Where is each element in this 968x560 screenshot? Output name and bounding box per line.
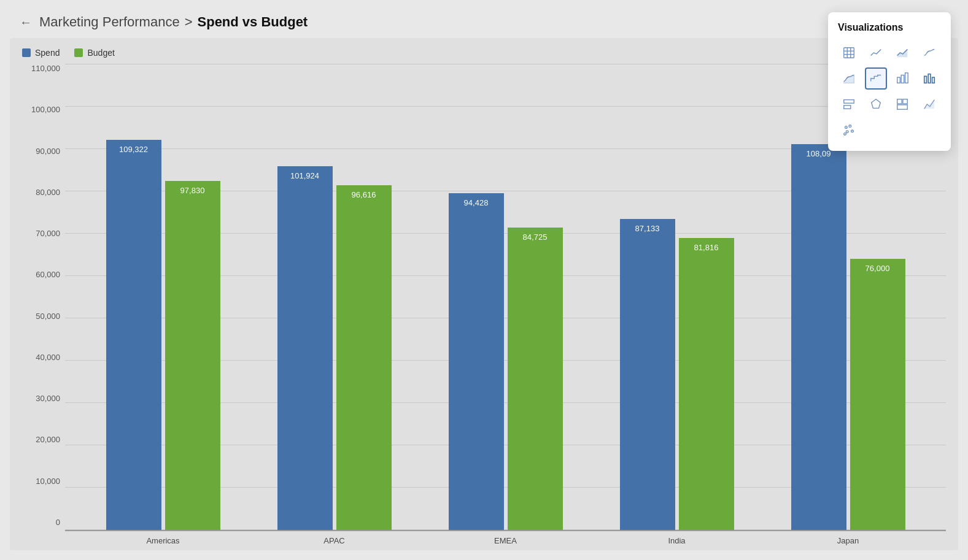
svg-rect-17 [844, 100, 854, 104]
bar-spend-label-apac: 101,924 [290, 171, 319, 180]
svg-rect-22 [897, 105, 908, 109]
bar-spend-apac[interactable]: 101,924 [277, 166, 333, 530]
bar-spend-india[interactable]: 87,133 [620, 219, 675, 530]
svg-point-23 [845, 126, 848, 129]
svg-point-26 [846, 131, 848, 133]
step-line-viz[interactable] [865, 67, 887, 90]
smooth-area-viz[interactable] [838, 67, 860, 90]
y-label-0: 0 [22, 518, 65, 527]
dot-matrix-viz[interactable] [838, 119, 860, 141]
chart-wrapper: 0 10,000 20,000 30,000 40,000 50,000 60,… [22, 64, 946, 545]
svg-rect-13 [905, 73, 908, 83]
bar-budget-emea[interactable]: 84,725 [508, 228, 563, 530]
y-label-40k: 40,000 [22, 353, 65, 362]
x-label-india: India [640, 536, 714, 545]
viz-grid [838, 42, 941, 141]
bar-group-apac: 101,92496,616 [277, 166, 392, 530]
bar-budget-label-americas: 97,830 [180, 186, 205, 195]
y-label-30k: 30,000 [22, 394, 65, 403]
treemap-viz[interactable] [891, 93, 913, 115]
viz-panel-title: Visualizations [838, 22, 941, 33]
svg-point-25 [851, 130, 854, 132]
svg-rect-14 [924, 76, 926, 83]
bar-budget-americas[interactable]: 97,830 [165, 181, 220, 530]
y-label-110k: 110,000 [22, 64, 65, 73]
bar-group-india: 87,13381,816 [620, 219, 734, 530]
main-container: ← Marketing Performance > Spend vs Budge… [0, 0, 968, 560]
spend-legend-label: Spend [35, 48, 60, 58]
visualizations-panel: Visualizations [828, 12, 951, 151]
svg-rect-21 [903, 99, 907, 104]
svg-rect-18 [844, 105, 851, 109]
x-label-emea: EMEA [469, 536, 543, 545]
svg-point-24 [849, 125, 851, 128]
svg-rect-12 [901, 75, 904, 83]
breadcrumb-separator: > [185, 14, 193, 30]
bar-viz[interactable] [918, 67, 940, 90]
legend-spend: Spend [22, 48, 60, 58]
back-button[interactable]: ← [17, 13, 34, 32]
x-label-japan: Japan [811, 536, 885, 545]
bar-budget-label-emea: 84,725 [523, 232, 548, 242]
bar-budget-apac[interactable]: 96,616 [336, 185, 392, 530]
bar-budget-label-india: 81,816 [694, 243, 719, 252]
bar-spend-japan[interactable]: 108,09 [791, 144, 846, 530]
groups-container: 109,32297,830101,92496,61694,42884,72587… [65, 140, 946, 530]
grid-line-110k [65, 64, 946, 64]
bar-budget-label-apac: 96,616 [352, 190, 376, 199]
bar-budget-japan[interactable]: 76,000 [850, 259, 905, 530]
svg-rect-6 [844, 48, 854, 58]
funnel-viz[interactable] [918, 93, 940, 115]
y-label-70k: 70,000 [22, 229, 65, 238]
y-label-60k: 60,000 [22, 270, 65, 279]
y-label-50k: 50,000 [22, 312, 65, 321]
svg-rect-16 [932, 77, 934, 83]
chart-legend: Spend Budget [22, 48, 946, 58]
area-viz[interactable] [891, 42, 913, 64]
spend-color-swatch [22, 48, 31, 57]
svg-point-27 [844, 133, 846, 136]
bar-group-japan: 108,0976,000 [791, 144, 905, 530]
header: ← Marketing Performance > Spend vs Budge… [0, 0, 968, 38]
bar-spend-label-india: 87,133 [635, 224, 660, 233]
bar-budget-label-japan: 76,000 [865, 264, 890, 273]
budget-color-swatch [74, 48, 83, 57]
bar-spend-emea[interactable]: 94,428 [449, 193, 504, 530]
table-viz[interactable] [838, 42, 860, 64]
scatter-viz[interactable] [865, 93, 887, 115]
y-label-90k: 90,000 [22, 147, 65, 156]
y-label-20k: 20,000 [22, 435, 65, 444]
y-label-80k: 80,000 [22, 188, 65, 197]
breadcrumb-parent: Marketing Performance [39, 14, 180, 30]
bar-group-americas: 109,32297,830 [106, 140, 220, 530]
legend-budget: Budget [74, 48, 114, 58]
bars-area: 109,32297,830101,92496,61694,42884,72587… [65, 64, 946, 531]
horizontal-bar-viz[interactable] [838, 93, 860, 115]
y-label-10k: 10,000 [22, 477, 65, 486]
breadcrumb: ← Marketing Performance > Spend vs Budge… [17, 13, 308, 32]
svg-marker-19 [871, 99, 880, 109]
x-label-americas: Americas [126, 536, 200, 545]
line-viz[interactable] [865, 42, 887, 64]
bar-group-emea: 94,42884,725 [449, 193, 563, 530]
svg-rect-15 [928, 74, 931, 83]
x-labels: AmericasAPACEMEAIndiaJapan [65, 531, 946, 545]
y-label-100k: 100,000 [22, 105, 65, 114]
bar-spend-label-japan: 108,09 [807, 149, 831, 158]
bar-spend-americas[interactable]: 109,322 [106, 140, 161, 530]
chart-inner: 109,32297,830101,92496,61694,42884,72587… [65, 64, 946, 545]
breadcrumb-current: Spend vs Budget [198, 14, 308, 30]
chart-area: Spend Budget 0 10,000 20,000 30,000 40,0… [10, 38, 958, 550]
y-axis: 0 10,000 20,000 30,000 40,000 50,000 60,… [22, 64, 65, 545]
smooth-line-viz[interactable] [918, 42, 940, 64]
bar-spend-label-americas: 109,322 [119, 145, 148, 154]
grid-line-100k [65, 106, 946, 107]
svg-rect-11 [897, 77, 900, 83]
bar-budget-india[interactable]: 81,816 [679, 238, 734, 530]
waterfall-viz[interactable] [891, 67, 913, 90]
x-label-apac: APAC [298, 536, 371, 545]
budget-legend-label: Budget [87, 48, 114, 58]
svg-rect-20 [897, 99, 902, 104]
bar-spend-label-emea: 94,428 [464, 198, 489, 207]
